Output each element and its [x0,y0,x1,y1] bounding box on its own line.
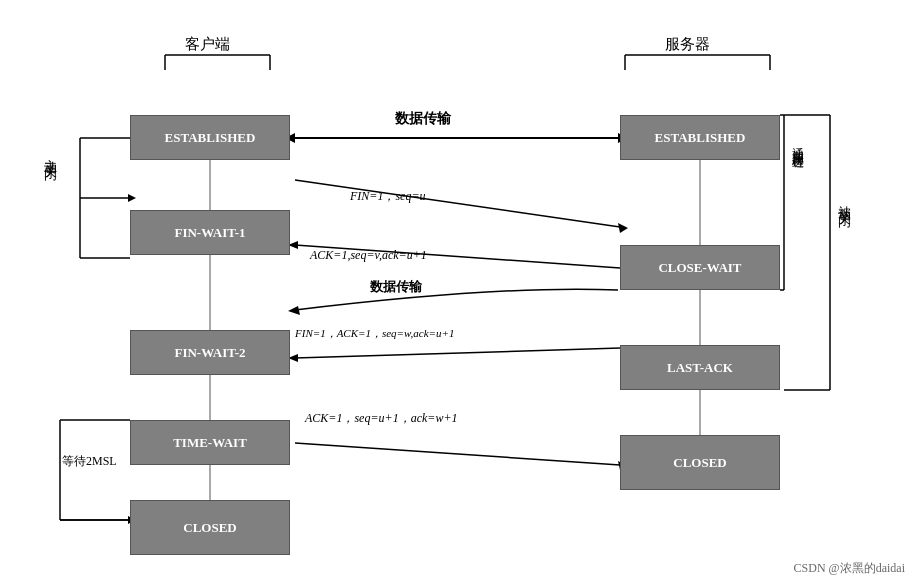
svg-marker-20 [618,223,628,233]
diagram-container: 客户端 服务器 主动关闭 等待2MSL 通知应用进程 被动关闭 ESTABLIS… [0,0,915,587]
server-label: 服务器 [665,35,710,54]
ack2-label: ACK=1，seq=u+1，ack=w+1 [305,410,457,427]
closed-left: CLOSED [130,500,290,555]
wait-2msl-label: 等待2MSL [62,453,117,470]
fin-wait-1: FIN-WAIT-1 [130,210,290,255]
established-right: ESTABLISHED [620,115,780,160]
svg-line-24 [295,348,620,358]
svg-line-19 [295,180,620,227]
active-close-label: 主动关闭 [40,148,61,160]
closed-right: CLOSED [620,435,780,490]
ack1-label: ACK=1,seq=v,ack=u+1 [310,248,427,263]
established-left: ESTABLISHED [130,115,290,160]
svg-marker-23 [288,306,300,315]
close-wait: CLOSE-WAIT [620,245,780,290]
data-transfer2-label: 数据传输 [370,278,422,296]
watermark: CSDN @浓黑的daidai [794,560,905,577]
fin1-label: FIN=1，seq=u [350,188,426,205]
time-wait: TIME-WAIT [130,420,290,465]
passive-close-label: 被动关闭 [834,195,855,207]
client-label: 客户端 [185,35,230,54]
last-ack: LAST-ACK [620,345,780,390]
svg-marker-10 [128,194,136,202]
fin2-label: FIN=1，ACK=1，seq=w,ack=u+1 [295,326,454,341]
diagram-svg [0,0,915,587]
fin-wait-2: FIN-WAIT-2 [130,330,290,375]
data-transfer-label: 数据传输 [395,110,451,128]
notify-app-label: 通知应用进程 [788,138,807,150]
svg-line-26 [295,443,620,465]
